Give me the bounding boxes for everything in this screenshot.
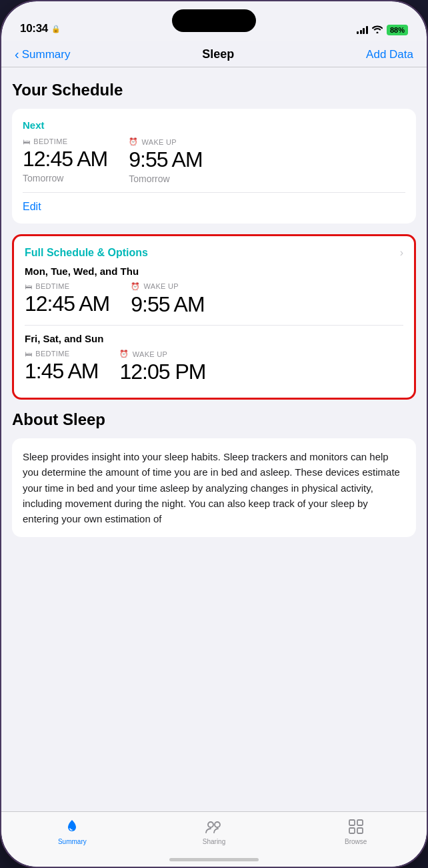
sharing-tab-icon xyxy=(204,817,224,836)
bedtime-label: 🛏 BEDTIME xyxy=(23,137,107,145)
weekdays-bedtime-label: 🛏 BEDTIME xyxy=(25,282,109,290)
bedtime-time: 12:45 AM xyxy=(23,147,107,171)
bed-icon-3: 🛏 xyxy=(25,350,32,358)
wakeup-label: ⏰ WAKE UP xyxy=(129,137,202,146)
back-button[interactable]: ‹ Summary xyxy=(15,48,70,61)
summary-tab-label: Summary xyxy=(58,838,87,845)
weekdays-wakeup-col: ⏰ WAKE UP 9:55 AM xyxy=(131,282,204,317)
card-divider xyxy=(23,192,405,193)
weekend-bedtime-col: 🛏 BEDTIME 1:45 AM xyxy=(25,350,98,384)
edit-button[interactable]: Edit xyxy=(23,201,41,212)
svg-rect-3 xyxy=(357,820,363,825)
summary-tab-icon xyxy=(62,817,82,836)
weekdays-label: Mon, Tue, Wed, and Thu xyxy=(25,266,403,277)
about-sleep-title: About Sleep xyxy=(12,410,416,429)
weekdays-bedtime-time: 12:45 AM xyxy=(25,292,109,316)
bed-icon-2: 🛏 xyxy=(25,282,32,290)
bedtime-col: 🛏 BEDTIME 12:45 AM Tomorrow xyxy=(23,137,107,183)
signal-bar-4 xyxy=(366,26,368,34)
svg-rect-5 xyxy=(357,828,363,833)
alarm-icon-2: ⏰ xyxy=(131,282,140,291)
phone-frame: 10:34 🔒 88% xyxy=(0,0,428,868)
your-schedule-title: Your Schedule xyxy=(12,81,416,99)
add-data-button[interactable]: Add Data xyxy=(366,48,413,61)
browse-tab-label: Browse xyxy=(345,838,367,845)
full-schedule-title: Full Schedule & Options xyxy=(25,247,148,259)
wakeup-time: 9:55 AM xyxy=(129,147,202,172)
svg-point-1 xyxy=(215,822,220,827)
svg-rect-4 xyxy=(349,828,355,833)
home-indicator xyxy=(169,858,259,861)
dynamic-island xyxy=(172,9,256,32)
full-schedule-header: Full Schedule & Options › xyxy=(25,247,403,259)
status-time: 10:34 xyxy=(20,22,48,35)
bedtime-sub: Tomorrow xyxy=(23,173,107,183)
tab-sharing[interactable]: Sharing xyxy=(143,817,285,845)
chevron-right-icon: › xyxy=(400,247,403,259)
lock-icon: 🔒 xyxy=(51,25,61,33)
schedule-times-row: 🛏 BEDTIME 12:45 AM Tomorrow ⏰ WAKE UP xyxy=(23,137,405,184)
battery-indicator: 88% xyxy=(387,25,408,35)
sharing-tab-label: Sharing xyxy=(203,838,225,845)
signal-bar-2 xyxy=(360,30,362,34)
battery-percentage: 88% xyxy=(390,26,405,34)
svg-point-0 xyxy=(208,822,213,827)
weekdays-bedtime-col: 🛏 BEDTIME 12:45 AM xyxy=(25,282,109,316)
wakeup-sub: Tomorrow xyxy=(129,173,202,184)
svg-rect-2 xyxy=(349,820,355,825)
signal-bar-1 xyxy=(357,31,359,34)
alarm-icon-3: ⏰ xyxy=(119,350,129,358)
browse-tab-icon xyxy=(346,817,366,836)
weekend-label: Fri, Sat, and Sun xyxy=(25,333,403,344)
back-chevron-icon: ‹ xyxy=(15,47,19,61)
content-scroll: ‹ Summary Sleep Add Data Your Schedule N… xyxy=(1,41,427,811)
main-content: Your Schedule Next 🛏 BEDTIME 12:45 AM To… xyxy=(1,67,427,550)
next-schedule-card: Next 🛏 BEDTIME 12:45 AM Tomorrow xyxy=(12,109,416,224)
weekend-wakeup-time: 12:05 PM xyxy=(119,360,205,384)
wakeup-col: ⏰ WAKE UP 9:55 AM Tomorrow xyxy=(129,137,202,184)
status-icons: 88% xyxy=(357,25,408,35)
weekend-schedule-row: 🛏 BEDTIME 1:45 AM ⏰ WAKE UP 12:05 PM xyxy=(25,350,403,384)
tab-summary[interactable]: Summary xyxy=(1,817,143,845)
nav-bar: ‹ Summary Sleep Add Data xyxy=(1,41,427,67)
inner-divider xyxy=(25,325,403,326)
weekend-wakeup-label: ⏰ WAKE UP xyxy=(119,350,205,358)
signal-bars xyxy=(357,26,368,34)
weekdays-wakeup-label: ⏰ WAKE UP xyxy=(131,282,204,291)
next-tag: Next xyxy=(23,119,405,131)
bed-icon: 🛏 xyxy=(23,137,30,145)
about-sleep-section: About Sleep Sleep provides insight into … xyxy=(12,410,416,537)
page-title: Sleep xyxy=(202,47,234,61)
weekend-bedtime-time: 1:45 AM xyxy=(25,359,98,384)
weekdays-schedule-row: 🛏 BEDTIME 12:45 AM ⏰ WAKE UP 9:55 AM xyxy=(25,282,403,317)
phone-screen: 10:34 🔒 88% xyxy=(1,1,427,867)
about-sleep-card: Sleep provides insight into your sleep h… xyxy=(12,438,416,537)
alarm-icon: ⏰ xyxy=(129,137,138,146)
signal-bar-3 xyxy=(363,28,365,34)
tab-browse[interactable]: Browse xyxy=(285,817,427,845)
full-schedule-card[interactable]: Full Schedule & Options › Mon, Tue, Wed,… xyxy=(12,234,416,400)
weekdays-wakeup-time: 9:55 AM xyxy=(131,292,204,317)
weekend-wakeup-col: ⏰ WAKE UP 12:05 PM xyxy=(119,350,205,384)
wifi-icon xyxy=(372,25,383,35)
weekend-bedtime-label: 🛏 BEDTIME xyxy=(25,350,98,358)
back-label: Summary xyxy=(22,48,71,61)
about-sleep-body: Sleep provides insight into your sleep h… xyxy=(23,449,405,526)
